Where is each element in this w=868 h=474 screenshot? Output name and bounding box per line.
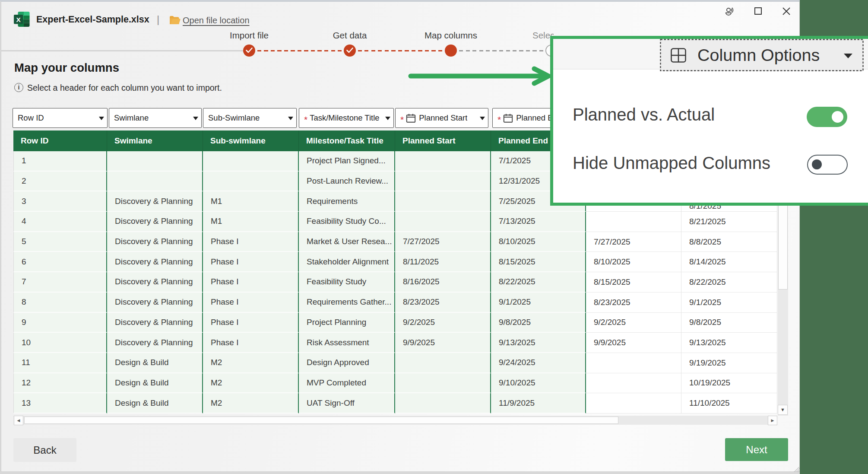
svg-text:X: X (16, 16, 21, 23)
